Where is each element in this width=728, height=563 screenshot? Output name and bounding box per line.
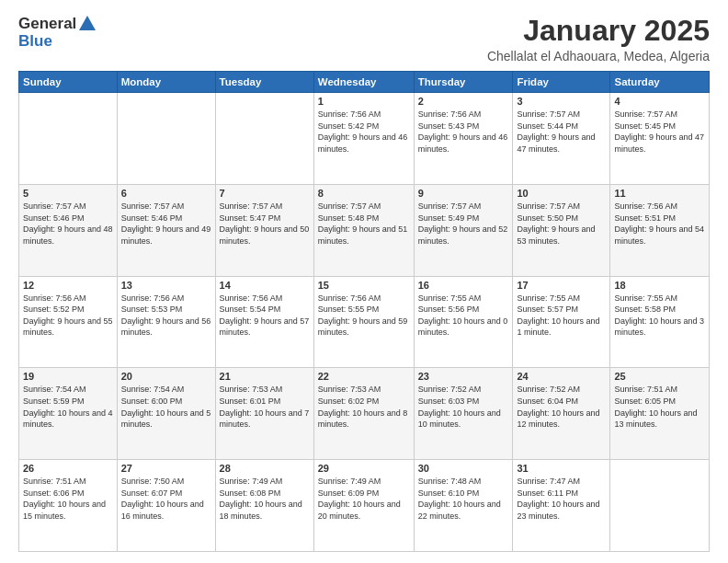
day-number: 27 bbox=[121, 463, 211, 474]
calendar-cell: 4Sunrise: 7:57 AM Sunset: 5:45 PM Daylig… bbox=[610, 93, 710, 185]
day-number: 12 bbox=[23, 280, 113, 291]
day-header-monday: Monday bbox=[117, 72, 215, 93]
day-info: Sunrise: 7:57 AM Sunset: 5:49 PM Dayligh… bbox=[418, 201, 509, 247]
calendar-body: 1Sunrise: 7:56 AM Sunset: 5:42 PM Daylig… bbox=[19, 93, 710, 552]
calendar-cell: 7Sunrise: 7:57 AM Sunset: 5:47 PM Daylig… bbox=[215, 184, 313, 276]
day-number: 31 bbox=[517, 463, 606, 474]
week-row-3: 12Sunrise: 7:56 AM Sunset: 5:52 PM Dayli… bbox=[19, 276, 710, 368]
calendar-cell: 3Sunrise: 7:57 AM Sunset: 5:44 PM Daylig… bbox=[513, 93, 610, 185]
day-number: 18 bbox=[614, 280, 705, 291]
day-number: 22 bbox=[318, 371, 410, 382]
day-info: Sunrise: 7:56 AM Sunset: 5:43 PM Dayligh… bbox=[418, 109, 509, 155]
calendar-cell: 9Sunrise: 7:57 AM Sunset: 5:49 PM Daylig… bbox=[414, 184, 513, 276]
day-info: Sunrise: 7:53 AM Sunset: 6:01 PM Dayligh… bbox=[220, 384, 310, 430]
day-number: 8 bbox=[318, 188, 410, 199]
day-header-tuesday: Tuesday bbox=[215, 72, 313, 93]
day-number: 10 bbox=[517, 188, 606, 199]
day-number: 5 bbox=[23, 188, 113, 199]
calendar-cell: 8Sunrise: 7:57 AM Sunset: 5:48 PM Daylig… bbox=[313, 184, 414, 276]
day-info: Sunrise: 7:56 AM Sunset: 5:52 PM Dayligh… bbox=[23, 293, 113, 339]
day-info: Sunrise: 7:57 AM Sunset: 5:50 PM Dayligh… bbox=[517, 201, 606, 247]
day-number: 29 bbox=[318, 463, 410, 474]
logo-text: General bbox=[18, 15, 97, 34]
day-number: 6 bbox=[121, 188, 211, 199]
day-info: Sunrise: 7:56 AM Sunset: 5:54 PM Dayligh… bbox=[220, 293, 310, 339]
calendar-cell bbox=[215, 93, 313, 185]
calendar-cell: 18Sunrise: 7:55 AM Sunset: 5:58 PM Dayli… bbox=[610, 276, 710, 368]
day-info: Sunrise: 7:48 AM Sunset: 6:10 PM Dayligh… bbox=[418, 476, 509, 522]
calendar-cell: 2Sunrise: 7:56 AM Sunset: 5:43 PM Daylig… bbox=[414, 93, 513, 185]
day-number: 14 bbox=[220, 280, 310, 291]
day-number: 17 bbox=[517, 280, 606, 291]
day-number: 19 bbox=[23, 371, 113, 382]
calendar-cell: 21Sunrise: 7:53 AM Sunset: 6:01 PM Dayli… bbox=[215, 368, 313, 460]
day-info: Sunrise: 7:57 AM Sunset: 5:46 PM Dayligh… bbox=[23, 201, 113, 247]
calendar-cell: 12Sunrise: 7:56 AM Sunset: 5:52 PM Dayli… bbox=[19, 276, 118, 368]
day-number: 13 bbox=[121, 280, 211, 291]
day-header-friday: Friday bbox=[513, 72, 610, 93]
day-number: 9 bbox=[418, 188, 509, 199]
week-row-2: 5Sunrise: 7:57 AM Sunset: 5:46 PM Daylig… bbox=[19, 184, 710, 276]
calendar-header: SundayMondayTuesdayWednesdayThursdayFrid… bbox=[19, 72, 710, 93]
header: General Blue January 2025 Chellalat el A… bbox=[18, 15, 710, 63]
day-info: Sunrise: 7:52 AM Sunset: 6:03 PM Dayligh… bbox=[418, 384, 509, 430]
day-info: Sunrise: 7:54 AM Sunset: 6:00 PM Dayligh… bbox=[121, 384, 211, 430]
day-header-wednesday: Wednesday bbox=[313, 72, 414, 93]
calendar-cell: 16Sunrise: 7:55 AM Sunset: 5:56 PM Dayli… bbox=[414, 276, 513, 368]
day-info: Sunrise: 7:57 AM Sunset: 5:47 PM Dayligh… bbox=[220, 201, 310, 247]
day-number: 23 bbox=[418, 371, 509, 382]
calendar-cell: 31Sunrise: 7:47 AM Sunset: 6:11 PM Dayli… bbox=[513, 460, 610, 552]
day-number: 3 bbox=[517, 96, 606, 107]
header-row: SundayMondayTuesdayWednesdayThursdayFrid… bbox=[19, 72, 710, 93]
calendar-cell: 25Sunrise: 7:51 AM Sunset: 6:05 PM Dayli… bbox=[610, 368, 710, 460]
calendar-cell: 15Sunrise: 7:56 AM Sunset: 5:55 PM Dayli… bbox=[313, 276, 414, 368]
day-number: 7 bbox=[220, 188, 310, 199]
calendar-table: SundayMondayTuesdayWednesdayThursdayFrid… bbox=[18, 71, 710, 552]
day-number: 24 bbox=[517, 371, 606, 382]
calendar-cell: 17Sunrise: 7:55 AM Sunset: 5:57 PM Dayli… bbox=[513, 276, 610, 368]
day-number: 2 bbox=[418, 96, 509, 107]
day-number: 21 bbox=[220, 371, 310, 382]
day-number: 28 bbox=[220, 463, 310, 474]
day-number: 15 bbox=[318, 280, 410, 291]
day-info: Sunrise: 7:49 AM Sunset: 6:09 PM Dayligh… bbox=[318, 476, 410, 522]
day-header-thursday: Thursday bbox=[414, 72, 513, 93]
day-info: Sunrise: 7:56 AM Sunset: 5:51 PM Dayligh… bbox=[614, 201, 705, 247]
calendar-cell: 29Sunrise: 7:49 AM Sunset: 6:09 PM Dayli… bbox=[313, 460, 414, 552]
day-info: Sunrise: 7:55 AM Sunset: 5:58 PM Dayligh… bbox=[614, 293, 705, 339]
calendar-cell: 28Sunrise: 7:49 AM Sunset: 6:08 PM Dayli… bbox=[215, 460, 313, 552]
calendar-cell: 10Sunrise: 7:57 AM Sunset: 5:50 PM Dayli… bbox=[513, 184, 610, 276]
calendar-cell: 30Sunrise: 7:48 AM Sunset: 6:10 PM Dayli… bbox=[414, 460, 513, 552]
logo: General Blue bbox=[18, 15, 97, 50]
svg-marker-0 bbox=[79, 16, 96, 30]
calendar-cell: 27Sunrise: 7:50 AM Sunset: 6:07 PM Dayli… bbox=[117, 460, 215, 552]
calendar-cell: 13Sunrise: 7:56 AM Sunset: 5:53 PM Dayli… bbox=[117, 276, 215, 368]
day-info: Sunrise: 7:57 AM Sunset: 5:46 PM Dayligh… bbox=[121, 201, 211, 247]
logo-icon bbox=[77, 14, 97, 34]
day-number: 26 bbox=[23, 463, 113, 474]
day-info: Sunrise: 7:56 AM Sunset: 5:53 PM Dayligh… bbox=[121, 293, 211, 339]
week-row-4: 19Sunrise: 7:54 AM Sunset: 5:59 PM Dayli… bbox=[19, 368, 710, 460]
day-info: Sunrise: 7:56 AM Sunset: 5:55 PM Dayligh… bbox=[318, 293, 410, 339]
calendar-cell: 20Sunrise: 7:54 AM Sunset: 6:00 PM Dayli… bbox=[117, 368, 215, 460]
location-title: Chellalat el Adhaouara, Medea, Algeria bbox=[487, 49, 710, 63]
day-number: 20 bbox=[121, 371, 211, 382]
day-info: Sunrise: 7:53 AM Sunset: 6:02 PM Dayligh… bbox=[318, 384, 410, 430]
calendar-cell: 14Sunrise: 7:56 AM Sunset: 5:54 PM Dayli… bbox=[215, 276, 313, 368]
calendar-cell bbox=[610, 460, 710, 552]
week-row-1: 1Sunrise: 7:56 AM Sunset: 5:42 PM Daylig… bbox=[19, 93, 710, 185]
day-info: Sunrise: 7:51 AM Sunset: 6:05 PM Dayligh… bbox=[614, 384, 705, 430]
calendar-cell: 11Sunrise: 7:56 AM Sunset: 5:51 PM Dayli… bbox=[610, 184, 710, 276]
day-info: Sunrise: 7:47 AM Sunset: 6:11 PM Dayligh… bbox=[517, 476, 606, 522]
day-number: 11 bbox=[614, 188, 705, 199]
page: General Blue January 2025 Chellalat el A… bbox=[0, 0, 728, 563]
week-row-5: 26Sunrise: 7:51 AM Sunset: 6:06 PM Dayli… bbox=[19, 460, 710, 552]
day-info: Sunrise: 7:52 AM Sunset: 6:04 PM Dayligh… bbox=[517, 384, 606, 430]
calendar-cell: 24Sunrise: 7:52 AM Sunset: 6:04 PM Dayli… bbox=[513, 368, 610, 460]
calendar-cell: 19Sunrise: 7:54 AM Sunset: 5:59 PM Dayli… bbox=[19, 368, 118, 460]
day-info: Sunrise: 7:54 AM Sunset: 5:59 PM Dayligh… bbox=[23, 384, 113, 430]
day-info: Sunrise: 7:57 AM Sunset: 5:44 PM Dayligh… bbox=[517, 109, 606, 155]
calendar-cell: 22Sunrise: 7:53 AM Sunset: 6:02 PM Dayli… bbox=[313, 368, 414, 460]
day-info: Sunrise: 7:56 AM Sunset: 5:42 PM Dayligh… bbox=[318, 109, 410, 155]
day-info: Sunrise: 7:49 AM Sunset: 6:08 PM Dayligh… bbox=[220, 476, 310, 522]
